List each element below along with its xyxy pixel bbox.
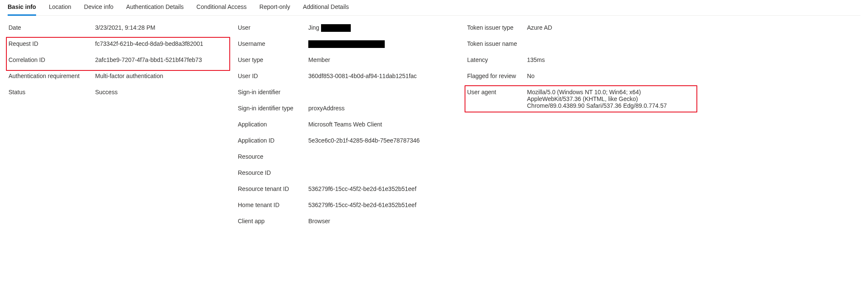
date-value: 3/23/2021, 9:14:28 PM xyxy=(95,24,228,31)
user-id-value: 360df853-0081-4b0d-af94-11dab1251fac xyxy=(308,73,457,79)
home-tenant-id-value: 536279f6-15cc-45f2-be2d-61e352b51eef xyxy=(308,202,457,208)
username-label: Username xyxy=(238,40,308,47)
user-type-label: User type xyxy=(238,56,308,63)
application-id-value: 5e3ce6c0-2b1f-4285-8d4b-75ee78787346 xyxy=(308,137,457,144)
tab-authentication-details[interactable]: Authentication Details xyxy=(126,0,183,16)
tab-additional-details[interactable]: Additional Details xyxy=(303,0,349,16)
user-agent-label: User agent xyxy=(467,89,527,95)
user-label: User xyxy=(238,24,308,31)
token-issuer-name-label: Token issuer name xyxy=(467,40,527,47)
tab-device-info[interactable]: Device info xyxy=(84,0,113,16)
tab-location[interactable]: Location xyxy=(49,0,71,16)
resource-label: Resource xyxy=(238,153,308,160)
flagged-label: Flagged for review xyxy=(467,73,527,79)
application-value: Microsoft Teams Web Client xyxy=(308,121,457,128)
signin-identifier-label: Sign-in identifier xyxy=(238,89,308,95)
client-app-value: Browser xyxy=(308,218,457,224)
application-label: Application xyxy=(238,121,308,128)
user-redacted-icon xyxy=(321,24,351,32)
signin-identifier-type-value: proxyAddress xyxy=(308,105,457,112)
user-agent-value: Mozilla/5.0 (Windows NT 10.0; Win64; x64… xyxy=(527,89,695,109)
resource-tenant-id-label: Resource tenant ID xyxy=(238,185,308,192)
username-redacted-icon xyxy=(308,40,385,48)
date-label: Date xyxy=(8,24,95,31)
signin-identifier-type-label: Sign-in identifier type xyxy=(238,105,308,112)
request-id-label: Request ID xyxy=(8,40,95,47)
tab-basic-info[interactable]: Basic info xyxy=(8,0,36,16)
client-app-label: Client app xyxy=(238,218,308,224)
detail-tabs: Basic info Location Device info Authenti… xyxy=(8,0,860,16)
signin-details-panel: Basic info Location Device info Authenti… xyxy=(0,0,868,240)
status-label: Status xyxy=(8,89,95,95)
auth-requirement-label: Authentication requirement xyxy=(8,73,95,79)
token-issuer-type-value: Azure AD xyxy=(527,24,695,31)
flagged-value: No xyxy=(527,73,695,79)
latency-value: 135ms xyxy=(527,56,695,63)
request-id-value: fc73342f-621b-4ecd-8da9-bed8a3f82001 xyxy=(95,40,228,47)
token-issuer-type-label: Token issuer type xyxy=(467,24,527,31)
user-type-value: Member xyxy=(308,56,457,63)
auth-requirement-value: Multi-factor authentication xyxy=(95,73,228,79)
resource-tenant-id-value: 536279f6-15cc-45f2-be2d-61e352b51eef xyxy=(308,185,457,192)
tab-conditional-access[interactable]: Conditional Access xyxy=(197,0,247,16)
home-tenant-id-label: Home tenant ID xyxy=(238,202,308,208)
highlight-user-agent: User agent Mozilla/5.0 (Windows NT 10.0;… xyxy=(465,85,697,112)
tab-report-only[interactable]: Report-only xyxy=(259,0,290,16)
user-value: Jing xyxy=(308,24,457,32)
column-user-app: User Jing Username User type Member User… xyxy=(228,22,458,231)
correlation-id-value: 2afc1be9-7207-4f7a-bbd1-521bf47feb73 xyxy=(95,56,228,63)
user-id-label: User ID xyxy=(238,73,308,79)
username-value xyxy=(308,40,457,48)
user-link[interactable]: Jing xyxy=(308,24,319,31)
column-token-misc: Token issuer type Azure AD Token issuer … xyxy=(458,22,696,112)
resource-id-label: Resource ID xyxy=(238,169,308,176)
column-general: Date 3/23/2021, 9:14:28 PM Request ID fc… xyxy=(8,22,228,102)
highlight-request-correlation: Request ID fc73342f-621b-4ecd-8da9-bed8a… xyxy=(6,37,230,71)
latency-label: Latency xyxy=(467,56,527,63)
application-id-label: Application ID xyxy=(238,137,308,144)
correlation-id-label: Correlation ID xyxy=(8,56,95,63)
status-value: Success xyxy=(95,89,228,95)
